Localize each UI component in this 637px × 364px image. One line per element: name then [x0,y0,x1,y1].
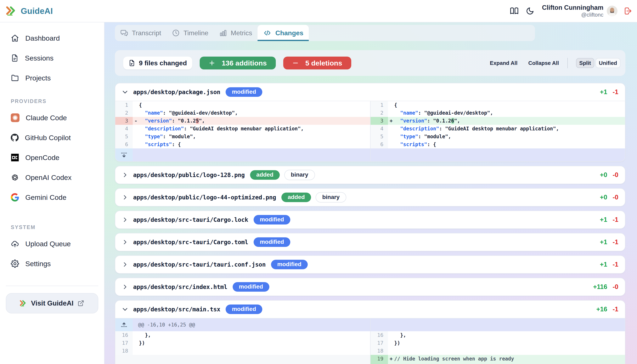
file-card-header[interactable]: apps/desktop/src-tauri/tauri.conf.jsonmo… [115,256,625,273]
chevron-right-icon [122,284,128,290]
additions-count: +1 [600,88,607,96]
file-card-header[interactable]: apps/desktop/src-tauri/Cargo.lockmodifie… [115,211,625,228]
logo-chevrons-icon [6,6,17,16]
file-name: apps/desktop/public/logo-44-optimized.pn… [133,194,276,201]
logout-button[interactable] [622,5,634,17]
upload-cloud-icon [11,240,19,248]
diff-line-context: 16 }, [370,331,625,339]
theme-toggle-button[interactable] [524,5,536,17]
status-badge: modified [226,87,262,97]
file-card-header[interactable]: apps/desktop/package.jsonmodified+1-1 [115,83,625,101]
tab-timeline[interactable]: Timeline [166,25,214,41]
file-name: apps/desktop/src-tauri/Cargo.toml [133,238,248,246]
sidebar-item-github-copilot[interactable]: GitHub Copilot [6,129,98,146]
chat-icon [120,29,128,37]
openai-icon [11,173,19,182]
line-number: 6 [370,140,388,148]
chevron-right-icon [122,239,128,245]
chevron-right-icon [122,217,128,223]
tab-label: Transcript [132,29,161,37]
line-number: 5 [370,133,388,140]
sidebar-item-upload-queue[interactable]: Upload Queue [6,236,98,252]
sidebar-item-settings[interactable]: Settings [6,256,98,272]
sidebar-item-opencode[interactable]: OpenCode [6,149,98,166]
sidebar-item-projects[interactable]: Projects [6,70,98,86]
diff-line-context: 17}) [115,339,370,347]
line-marker [388,101,394,109]
file-card-header[interactable]: apps/desktop/src/main.tsxmodified+16-1 [115,300,625,318]
diff-line-context: 5 "type": "module", [115,133,370,140]
diff-pane-new: 1{2 "name": "@guideai-dev/desktop",3+ "v… [370,101,625,161]
deletions-label: 5 deletions [305,59,342,67]
line-marker [388,140,394,148]
sidebar-item-dashboard[interactable]: Dashboard [6,30,98,46]
status-badge: modified [254,237,290,247]
docs-button[interactable] [508,5,520,17]
tab-transcript[interactable]: Transcript [115,25,166,41]
sidebar-item-sessions[interactable]: Sessions [6,50,98,66]
diff-line-context: 17}) [370,339,625,347]
diff-line-added: 20+const hideLoadingScreen = () => { [370,363,625,364]
tab-metrics[interactable]: Metrics [214,25,258,41]
diff-line-context: 6 "scripts": { [115,140,370,148]
line-number: 17 [370,339,388,347]
diff-line-added: 19+// Hide loading screen when app is re… [370,355,625,363]
external-link-icon [78,300,84,306]
binary-badge: binary [316,192,346,202]
expand-gutter-cell[interactable] [115,148,133,161]
expand-lines-row-spacer [370,148,625,161]
line-marker [133,109,139,117]
line-number: 1 [115,101,133,109]
system-section-label: SYSTEM [6,224,98,230]
line-code: { [139,101,370,109]
line-code: }, [394,331,625,339]
logo-chevrons-icon [20,300,27,306]
diff-line-context: 18 [115,347,370,355]
app-header: GuideAI Clifton Cunningham @cliftonc [0,0,637,22]
diff-pane-new: 16 },17})1819+// Hide loading screen whe… [370,318,625,364]
tab-changes[interactable]: Changes [258,25,309,41]
collapse-all-button[interactable]: Collapse All [528,60,559,66]
providers-section-label: PROVIDERS [6,98,98,104]
file-card-header[interactable]: apps/desktop/public/logo-44-optimized.pn… [115,189,625,206]
line-marker [388,339,394,347]
hunk-header-text: @@ -16,10 +16,25 @@ [133,318,370,331]
folder-icon [11,74,19,82]
claude-icon [11,114,20,122]
tab-label: Changes [275,29,303,37]
line-number: 2 [370,109,388,117]
file-card-header[interactable]: apps/desktop/src/index.htmlmodified+116-… [115,278,625,296]
avatar[interactable] [607,6,618,16]
line-number: 19 [370,355,388,363]
line-code: }) [139,339,370,347]
unified-view-button[interactable]: Unified [596,58,620,68]
line-marker: + [388,355,394,363]
split-view-button[interactable]: Split [576,58,594,68]
file-card-header[interactable]: apps/desktop/src-tauri/Cargo.tomlmodifie… [115,234,625,251]
sidebar-item-claude-code[interactable]: Claude Code [6,110,98,126]
file-card: apps/desktop/src-tauri/tauri.conf.jsonmo… [115,256,626,274]
app-logo[interactable]: GuideAI [6,6,53,16]
diff-line-context: 18 [370,347,625,355]
line-number: 3 [115,117,133,125]
line-number: 16 [115,331,133,339]
sidebar-item-openai-codex[interactable]: OpenAI Codex [6,169,98,186]
file-card-header[interactable]: apps/desktop/public/logo-128.pngaddedbin… [115,166,625,184]
sidebar-divider [6,286,98,286]
expand-gutter-cell[interactable] [115,318,133,331]
expand-all-button[interactable]: Expand All [490,60,517,66]
file-list: apps/desktop/package.jsonmodified+1-11{2… [115,83,626,364]
hunk-header-row-spacer [370,318,625,331]
line-code: const hideLoadingScreen = () => { [394,363,625,364]
user-info[interactable]: Clifton Cunningham @cliftonc [542,4,604,18]
expand-lines-row[interactable] [115,148,370,161]
file-card: apps/desktop/public/logo-128.pngaddedbin… [115,166,626,184]
file-name: apps/desktop/src-tauri/tauri.conf.json [133,261,266,268]
sidebar-item-gemini-code[interactable]: Gemini Code [6,189,98,206]
additions-count: +1 [600,216,607,224]
visit-guideai-button[interactable]: Visit GuideAI [6,293,98,314]
hunk-header-row[interactable]: @@ -16,10 +16,25 @@ [115,318,370,331]
deletions-count: -0 [612,283,618,290]
line-code: }) [394,339,625,347]
file-name: apps/desktop/public/logo-128.png [133,172,245,178]
